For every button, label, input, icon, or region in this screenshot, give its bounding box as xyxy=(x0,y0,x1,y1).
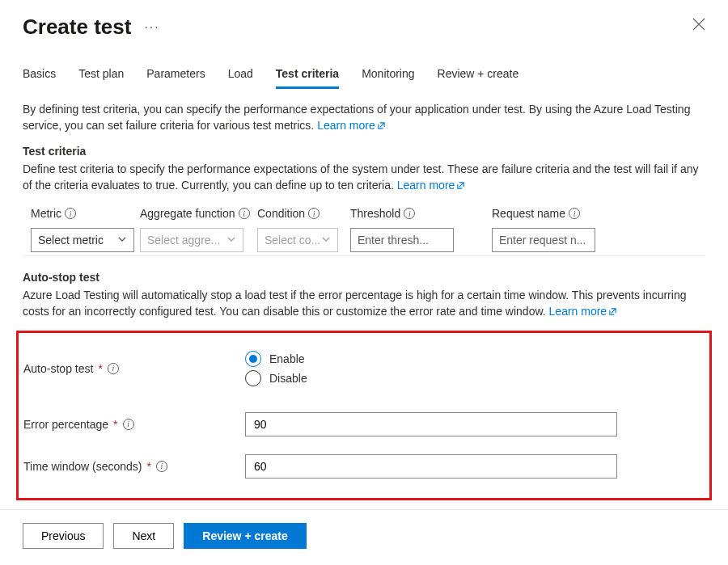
col-condition: Condition i xyxy=(257,207,350,220)
close-button[interactable] xyxy=(692,18,705,33)
auto-stop-title: Auto-stop test xyxy=(23,271,705,284)
info-icon[interactable]: i xyxy=(108,363,119,374)
previous-button[interactable]: Previous xyxy=(23,523,104,549)
info-icon[interactable]: i xyxy=(123,419,134,430)
condition-dropdown[interactable]: Select co... xyxy=(257,228,338,252)
criteria-table-header: Metric i Aggregate function i Condition … xyxy=(23,204,705,225)
chevron-down-icon xyxy=(117,234,127,247)
dropdown-value: Select co... xyxy=(265,234,320,247)
tab-monitoring[interactable]: Monitoring xyxy=(362,67,414,89)
auto-stop-enable-radio[interactable] xyxy=(245,351,261,367)
radio-label: Enable xyxy=(269,352,305,365)
info-icon[interactable]: i xyxy=(156,461,167,472)
test-criteria-body: Define test criteria to specify the perf… xyxy=(23,162,698,192)
footer-bar: Previous Next Review + create xyxy=(0,509,728,549)
chevron-down-icon xyxy=(226,234,236,247)
auto-stop-learn-more-link[interactable]: Learn more xyxy=(549,305,618,318)
test-criteria-learn-more-link[interactable]: Learn more xyxy=(397,179,466,192)
request-name-input[interactable] xyxy=(492,228,595,252)
auto-stop-text: Azure Load Testing will automatically st… xyxy=(23,287,705,321)
review-create-button[interactable]: Review + create xyxy=(184,523,306,549)
col-aggregate: Aggregate function i xyxy=(140,207,257,220)
tab-load[interactable]: Load xyxy=(228,67,253,89)
intro-text: By defining test criteria, you can speci… xyxy=(23,101,705,135)
more-actions-icon[interactable]: ··· xyxy=(144,20,159,35)
external-link-icon xyxy=(608,304,617,320)
link-text: Learn more xyxy=(397,179,455,192)
info-icon[interactable]: i xyxy=(308,208,320,219)
tab-basics[interactable]: Basics xyxy=(23,67,56,89)
page-title: Create test xyxy=(23,15,131,40)
test-criteria-text: Define test criteria to specify the perf… xyxy=(23,161,705,195)
test-criteria-title: Test criteria xyxy=(23,145,705,158)
link-text: Learn more xyxy=(549,305,607,318)
next-button[interactable]: Next xyxy=(113,523,174,549)
col-threshold: Threshold i xyxy=(350,207,492,220)
error-percentage-label: Error percentage * i xyxy=(23,418,245,431)
error-percentage-input[interactable] xyxy=(245,412,617,436)
auto-stop-disable-radio[interactable] xyxy=(245,370,261,386)
auto-stop-label: Auto-stop test * i xyxy=(23,362,245,375)
col-metric: Metric i xyxy=(23,207,140,220)
external-link-icon xyxy=(456,178,465,194)
tab-test-plan[interactable]: Test plan xyxy=(78,67,124,89)
radio-label: Disable xyxy=(269,372,307,385)
tabs-bar: Basics Test plan Parameters Load Test cr… xyxy=(0,46,728,90)
auto-stop-highlight: Auto-stop test * i Enable Disable Error … xyxy=(16,331,712,500)
close-icon xyxy=(692,18,705,31)
col-request: Request name i xyxy=(492,207,633,220)
criteria-row: Select metric Select aggre... Select co.… xyxy=(23,225,705,256)
dropdown-value: Select aggre... xyxy=(147,234,220,247)
tab-test-criteria[interactable]: Test criteria xyxy=(276,67,339,89)
tab-review-create[interactable]: Review + create xyxy=(438,67,519,89)
threshold-input[interactable] xyxy=(350,228,454,252)
external-link-icon xyxy=(377,118,386,134)
info-icon[interactable]: i xyxy=(65,208,76,219)
info-icon[interactable]: i xyxy=(239,208,250,219)
chevron-down-icon xyxy=(321,234,331,247)
info-icon[interactable]: i xyxy=(404,208,415,219)
dropdown-value: Select metric xyxy=(38,234,104,247)
time-window-label: Time window (seconds) * i xyxy=(23,460,245,473)
info-icon[interactable]: i xyxy=(569,208,580,219)
tab-parameters[interactable]: Parameters xyxy=(146,67,205,89)
time-window-input[interactable] xyxy=(245,454,617,479)
link-text: Learn more xyxy=(317,119,375,132)
metric-dropdown[interactable]: Select metric xyxy=(31,228,134,252)
intro-learn-more-link[interactable]: Learn more xyxy=(317,119,386,132)
aggregate-dropdown[interactable]: Select aggre... xyxy=(140,228,243,252)
